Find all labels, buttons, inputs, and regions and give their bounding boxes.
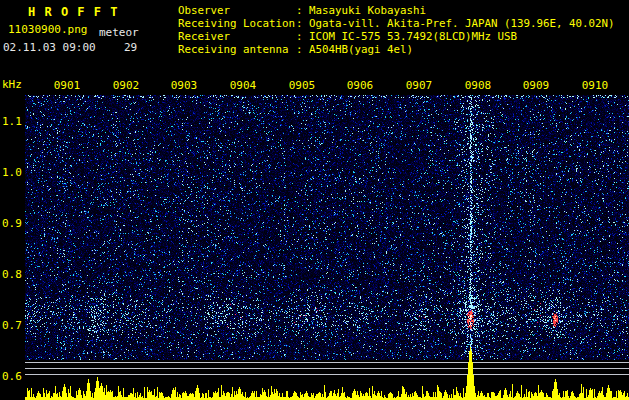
time-tick-0906: 0906 (347, 80, 374, 92)
info-value-location: : Ogata-vill. Akita-Pref. JAPAN (139.96E… (296, 17, 615, 30)
time-tick-0901: 0901 (54, 80, 81, 92)
freq-tick-0-7: 0.7 (2, 320, 22, 332)
time-tick-0908: 0908 (465, 80, 492, 92)
time-tick-0903: 0903 (171, 80, 198, 92)
echo-count: 29 (124, 42, 137, 54)
info-value-antenna: : A504HB(yagi 4el) (296, 43, 413, 56)
time-tick-0907: 0907 (406, 80, 433, 92)
info-value-receiver: : ICOM IC-575 53.7492(8LCD)MHz USB (296, 30, 517, 43)
mode-label: meteor (99, 27, 139, 39)
time-tick-0904: 0904 (230, 80, 257, 92)
freq-tick-1-0: 1.0 (2, 167, 22, 179)
freq-tick-0-8: 0.8 (2, 269, 22, 281)
info-label-antenna: Receiving antenna (178, 43, 296, 56)
spectrogram-canvas (25, 95, 629, 360)
info-label-observer: Observer (178, 4, 296, 17)
info-row-antenna: Receiving antenna: A504HB(yagi 4el) (178, 43, 615, 56)
time-tick-0910: 0910 (582, 80, 609, 92)
freq-tick-0-6: 0.6 (2, 371, 22, 383)
freq-tick-0-9: 0.9 (2, 218, 22, 230)
station-info: Observer: Masayuki Kobayashi Receiving L… (178, 4, 615, 56)
info-row-observer: Observer: Masayuki Kobayashi (178, 4, 615, 17)
hrofft-window: H R O F F T 11030900.png meteor 02.11.03… (0, 0, 629, 400)
info-label-receiver: Receiver (178, 30, 296, 43)
power-plot-canvas (25, 345, 629, 400)
filename-label: 11030900.png (8, 24, 87, 36)
info-row-receiver: Receiver: ICOM IC-575 53.7492(8LCD)MHz U… (178, 30, 615, 43)
time-tick-0902: 0902 (113, 80, 140, 92)
time-tick-0905: 0905 (289, 80, 316, 92)
freq-tick-1-1: 1.1 (2, 116, 22, 128)
info-row-location: Receiving Location: Ogata-vill. Akita-Pr… (178, 17, 615, 30)
datetime-label: 02.11.03 09:00 (3, 42, 96, 54)
info-value-observer: : Masayuki Kobayashi (296, 4, 426, 17)
info-label-location: Receiving Location (178, 17, 296, 30)
time-tick-0909: 0909 (523, 80, 550, 92)
app-title: H R O F F T (28, 5, 118, 19)
freq-unit-label: kHz (2, 79, 22, 91)
